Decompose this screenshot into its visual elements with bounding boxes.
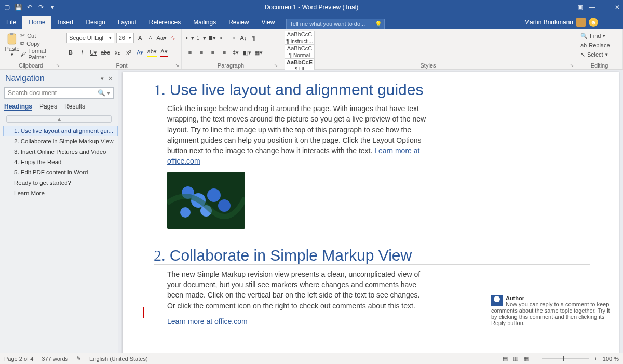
- tab-view[interactable]: View: [255, 16, 281, 29]
- text-effects-icon[interactable]: A▾: [136, 48, 144, 57]
- read-mode-icon[interactable]: ▤: [503, 355, 508, 362]
- bold-button[interactable]: B: [66, 48, 75, 57]
- group-clipboard: Paste ▾ ✂Cut ⧉Copy 🖌Format Painter Clipb…: [0, 29, 62, 69]
- font-name-combo[interactable]: Segoe UI Ligl ▾: [66, 33, 114, 43]
- subscript-button[interactable]: x₂: [113, 48, 121, 57]
- nav-close-icon[interactable]: ✕: [108, 75, 113, 82]
- find-button[interactable]: 🔍Find ▾: [580, 31, 618, 41]
- save-icon[interactable]: 💾: [15, 4, 22, 11]
- multilevel-list-icon[interactable]: ≣▾: [208, 33, 216, 43]
- shading-icon[interactable]: ◧▾: [243, 48, 251, 57]
- zoom-in-icon[interactable]: +: [594, 356, 597, 362]
- borders-icon[interactable]: ▦▾: [254, 48, 263, 57]
- comment-card[interactable]: Author Now you can reply to a comment to…: [491, 295, 611, 326]
- maximize-icon[interactable]: ☐: [601, 4, 608, 11]
- increase-indent-icon[interactable]: ⇥: [229, 33, 237, 43]
- tab-insert[interactable]: Insert: [51, 16, 79, 29]
- ribbon-display-icon[interactable]: ▣: [576, 4, 584, 11]
- show-marks-icon[interactable]: ¶: [250, 33, 258, 43]
- highlight-color-icon[interactable]: ab▾: [147, 48, 157, 57]
- align-right-icon[interactable]: ≡: [209, 48, 217, 57]
- tab-design[interactable]: Design: [79, 16, 111, 29]
- tab-home[interactable]: Home: [22, 16, 51, 29]
- nav-heading-item[interactable]: 4. Enjoy the Read: [3, 157, 118, 167]
- align-left-icon[interactable]: ≡: [186, 48, 194, 57]
- numbering-icon[interactable]: 1≡▾: [196, 33, 206, 43]
- change-case-icon[interactable]: Aa▾: [157, 33, 167, 43]
- undo-icon[interactable]: ↶: [26, 4, 33, 11]
- svg-point-7: [218, 199, 231, 212]
- style--normal[interactable]: AaBbCcC¶ Normal: [285, 45, 315, 59]
- nav-heading-item[interactable]: 5. Edit PDF content in Word: [3, 167, 118, 178]
- signed-in-user[interactable]: Martin Brinkmann: [524, 19, 573, 26]
- web-layout-icon[interactable]: ▦: [523, 355, 529, 362]
- clear-formatting-icon[interactable]: ⭛: [169, 33, 177, 43]
- minimize-icon[interactable]: —: [589, 4, 596, 11]
- zoom-out-icon[interactable]: −: [534, 356, 537, 362]
- shrink-font-icon[interactable]: A: [146, 33, 155, 43]
- close-icon[interactable]: ✕: [614, 4, 621, 11]
- document-page: 1. Use live layout and alignment guides …: [123, 72, 619, 362]
- strikethrough-button[interactable]: abc: [101, 48, 110, 57]
- align-center-icon[interactable]: ≡: [197, 48, 206, 57]
- status-page[interactable]: Page 2 of 4: [4, 356, 33, 362]
- select-button[interactable]: ↖Select ▾: [580, 50, 618, 59]
- text-cursor: [143, 307, 144, 318]
- nav-tab-pages[interactable]: Pages: [39, 103, 57, 111]
- tab-mailings[interactable]: Mailings: [187, 16, 222, 29]
- spellcheck-icon[interactable]: ✎: [76, 355, 81, 362]
- grow-font-icon[interactable]: A: [136, 33, 144, 43]
- paste-button[interactable]: Paste ▾: [4, 31, 20, 60]
- dialog-launcher-icon[interactable]: ↘: [175, 62, 179, 68]
- tab-file[interactable]: File: [0, 16, 22, 29]
- navigation-search[interactable]: Search document 🔍 ▾: [4, 87, 114, 99]
- sort-icon[interactable]: A↓: [239, 33, 248, 43]
- learn-more-link-2[interactable]: Learn more at office.com: [167, 317, 248, 326]
- tab-review[interactable]: Review: [222, 16, 255, 29]
- cut-button[interactable]: ✂Cut: [20, 32, 58, 39]
- nav-tab-results[interactable]: Results: [64, 103, 85, 111]
- print-layout-icon[interactable]: ▥: [513, 355, 518, 362]
- chevron-down-icon[interactable]: ▾: [11, 52, 13, 57]
- nav-collapse-handle[interactable]: ▴: [6, 115, 112, 123]
- control-box-icon[interactable]: ▢: [3, 4, 10, 11]
- justify-icon[interactable]: ≡: [220, 48, 228, 57]
- nav-heading-item[interactable]: 1. Use live layout and alignment gui...: [3, 126, 118, 136]
- svg-point-8: [180, 207, 191, 218]
- replace-button[interactable]: abReplace: [580, 41, 618, 50]
- font-size-combo[interactable]: 26 ▾: [116, 33, 134, 43]
- nav-menu-icon[interactable]: ▾: [101, 75, 104, 82]
- superscript-button[interactable]: x²: [125, 48, 133, 57]
- format-painter-button[interactable]: 🖌Format Painter: [20, 48, 58, 60]
- zoom-level[interactable]: 100 %: [603, 356, 619, 362]
- italic-button[interactable]: I: [78, 48, 86, 57]
- style--instructi-[interactable]: AaBbCcC¶ Instructi...: [285, 31, 315, 45]
- status-language[interactable]: English (United States): [89, 356, 148, 362]
- nav-heading-item[interactable]: Learn More: [3, 188, 118, 198]
- feedback-smile-icon[interactable]: ☻: [589, 18, 598, 27]
- tell-me-search[interactable]: Tell me what you want to do... 💡: [286, 19, 385, 29]
- dialog-launcher-icon[interactable]: ↘: [56, 62, 60, 68]
- nav-heading-item[interactable]: 2. Collaborate in Simple Markup View: [3, 136, 118, 146]
- underline-button[interactable]: U▾: [89, 48, 98, 57]
- line-spacing-icon[interactable]: ‡▾: [232, 48, 240, 57]
- copy-button[interactable]: ⧉Copy: [20, 40, 58, 47]
- font-color-icon[interactable]: A▾: [160, 48, 168, 57]
- bullets-icon[interactable]: •≡▾: [186, 33, 194, 43]
- nav-tab-headings[interactable]: Headings: [4, 103, 32, 111]
- decrease-indent-icon[interactable]: ⇤: [219, 33, 227, 43]
- dialog-launcher-icon[interactable]: ↘: [274, 62, 278, 68]
- zoom-slider[interactable]: [542, 358, 589, 359]
- inline-image[interactable]: [167, 172, 245, 229]
- tab-layout[interactable]: Layout: [112, 16, 143, 29]
- search-placeholder: Search document: [8, 89, 57, 97]
- status-words[interactable]: 377 words: [42, 356, 68, 362]
- tab-references[interactable]: References: [143, 16, 187, 29]
- nav-heading-item[interactable]: Ready to get started?: [3, 178, 118, 188]
- user-avatar[interactable]: [576, 18, 586, 27]
- dialog-launcher-icon[interactable]: ↘: [570, 62, 574, 68]
- document-area[interactable]: 1. Use live layout and alignment guides …: [118, 70, 623, 364]
- nav-heading-item[interactable]: 3. Insert Online Pictures and Video: [3, 146, 118, 157]
- redo-icon[interactable]: ↷: [37, 4, 45, 11]
- qat-more-icon[interactable]: ▾: [49, 4, 56, 11]
